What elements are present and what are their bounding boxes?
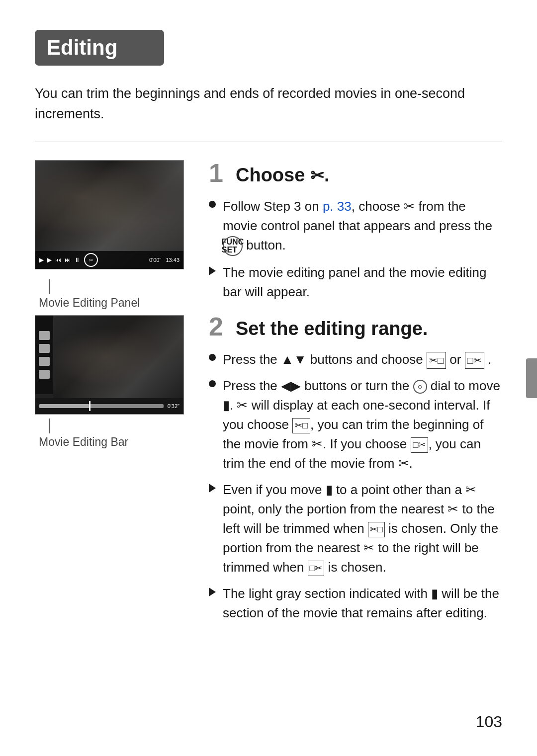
step-2-bullets: Press the ▲▼ buttons and choose ✂□ or □✂… <box>209 350 502 623</box>
skip2-icon: ⏭ <box>65 256 71 263</box>
bullet-circle-icon <box>209 201 216 208</box>
step-2-number: 2 <box>209 314 228 339</box>
trim-end-symbol-3: □✂ <box>308 561 325 576</box>
camera-screenshot-bottom: 0'32" <box>35 315 184 415</box>
playhead <box>89 401 90 411</box>
step-1-bullet-1: Follow Step 3 on p. 33, choose ✂ from th… <box>209 197 502 256</box>
step-2-bullet-2: Press the ◀▶ buttons or turn the ○ dial … <box>209 376 502 473</box>
skip-icon: ⏮ <box>55 256 61 263</box>
scissors-circle-btn: ✂ <box>84 253 98 267</box>
trim-start-symbol-3: ✂□ <box>368 522 385 537</box>
camera-time-top: 0'00" 13:43 <box>149 257 179 263</box>
step-2-bullet-1-text: Press the ▲▼ buttons and choose ✂□ or □✂… <box>223 350 491 369</box>
movie-editing-panel-label-wrapper: Movie Editing Panel <box>35 279 189 310</box>
left-column: ▶ ▶ ⏮ ⏭ ⏸ ✂ 0'00" 13:43 <box>35 160 189 454</box>
step-1-bullet-2-text: The movie editing panel and the movie ed… <box>223 263 502 302</box>
panel-icon-1 <box>39 331 50 340</box>
panel-icon-2 <box>39 344 50 353</box>
camera-icons-top: ▶ ▶ ⏮ ⏭ ⏸ <box>39 256 80 263</box>
panel-icon-3 <box>39 357 50 366</box>
step-1-bullet-1-text: Follow Step 3 on p. 33, choose ✂ from th… <box>223 197 502 256</box>
step-2-bullet-3-text: Even if you move ▮ to a point other than… <box>223 480 502 577</box>
scissors-symbol: ✂ <box>310 166 324 185</box>
editing-bar-overlay: 0'32" <box>35 398 183 414</box>
movie-editing-bar-label: Movie Editing Bar <box>39 435 128 448</box>
main-content: ▶ ▶ ⏮ ⏭ ⏸ ✂ 0'00" 13:43 <box>35 160 502 635</box>
callout-line-bar <box>49 419 50 433</box>
link-p33[interactable]: p. 33 <box>323 199 352 214</box>
step-2-bullet-2-text: Press the ◀▶ buttons or turn the ○ dial … <box>223 376 502 473</box>
camera-screenshot-top: ▶ ▶ ⏮ ⏭ ⏸ ✂ 0'00" 13:43 <box>35 160 184 269</box>
title-bar: Editing <box>35 30 164 66</box>
bullet-triangle-icon-3 <box>209 588 216 596</box>
sidebar-tab <box>526 358 537 398</box>
step-2-heading: Set the editing range. <box>236 314 428 340</box>
bullet-triangle-icon-2 <box>209 484 216 493</box>
trim-end-symbol-2: □✂ <box>411 437 429 453</box>
panel-icon-4 <box>39 370 50 379</box>
step-2-bullet-1: Press the ▲▼ buttons and choose ✂□ or □✂… <box>209 350 502 369</box>
step-1-heading: Choose ✂. <box>236 160 329 187</box>
callout-line-panel <box>49 279 50 294</box>
editing-timeline <box>39 404 164 408</box>
dial-icon: ○ <box>413 380 427 394</box>
bullet-circle-icon-3 <box>209 380 216 387</box>
fur-texture-bottom <box>53 316 183 398</box>
func-set-button: FUNC SET <box>223 236 243 256</box>
page-number: 103 <box>476 713 502 731</box>
intro-paragraph: You can trim the beginnings and ends of … <box>35 84 482 124</box>
trim-start-symbol: ✂□ <box>427 352 446 369</box>
step-2-bullet-4: The light gray section indicated with ▮ … <box>209 584 502 623</box>
step-1-bullet-2: The movie editing panel and the movie ed… <box>209 263 502 302</box>
step-2-bullet-4-text: The light gray section indicated with ▮ … <box>223 584 502 623</box>
editing-time: 0'32" <box>168 403 179 409</box>
fur-texture-top <box>35 161 183 249</box>
editing-progress <box>39 404 89 408</box>
trim-end-symbol: □✂ <box>465 352 484 369</box>
step-1-bullets: Follow Step 3 on p. 33, choose ✂ from th… <box>209 197 502 302</box>
page-title: Editing <box>47 36 117 59</box>
step-2-header: 2 Set the editing range. <box>209 314 502 340</box>
right-column: 1 Choose ✂. Follow Step 3 on p. 33, choo… <box>209 160 502 635</box>
section-divider <box>35 142 502 142</box>
step-1-number: 1 <box>209 160 228 186</box>
movie-editing-bar-label-wrapper: Movie Editing Bar <box>35 419 189 449</box>
bullet-triangle-icon <box>209 266 216 275</box>
step-1-header: 1 Choose ✂. <box>209 160 502 187</box>
bullet-circle-icon-2 <box>209 354 216 361</box>
camera-overlay-top: ▶ ▶ ⏮ ⏭ ⏸ ✂ 0'00" 13:43 <box>35 251 183 269</box>
step-2-bullet-3: Even if you move ▮ to a point other than… <box>209 480 502 577</box>
play-icon: ▶ <box>47 256 52 263</box>
extra-icon: ⏸ <box>74 256 80 263</box>
playback-icon: ▶ <box>39 256 44 263</box>
movie-editing-panel-label: Movie Editing Panel <box>39 296 140 309</box>
left-panel-icons <box>35 316 53 394</box>
trim-start-symbol-2: ✂□ <box>292 418 310 433</box>
